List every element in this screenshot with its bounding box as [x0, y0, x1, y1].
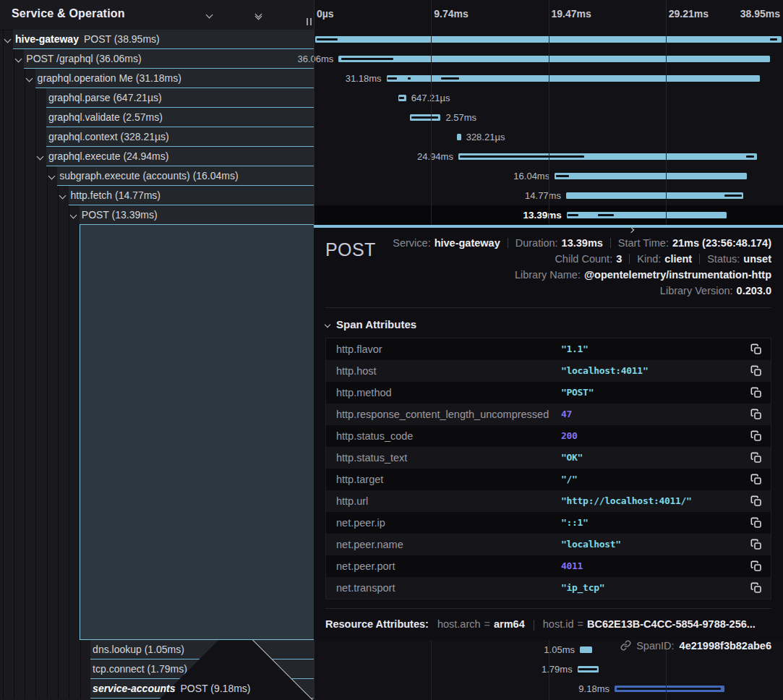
span-meta: Service:hive-gatewayDuration:13.39msStar… — [393, 235, 771, 299]
span-label: graphql.parse (647.21µs) — [48, 92, 162, 103]
attribute-value: 47 — [561, 404, 572, 425]
copy-icon[interactable] — [750, 560, 762, 572]
tree-row[interactable]: POST /graphql (36.06ms) — [0, 49, 314, 69]
copy-icon[interactable] — [750, 387, 762, 398]
attribute-value: "OK" — [561, 447, 583, 469]
tree-row[interactable]: graphql.parse (647.21µs) — [0, 88, 314, 108]
span-bar[interactable] — [457, 134, 461, 140]
copy-icon[interactable] — [750, 517, 762, 529]
double-chevron-down-icon[interactable] — [252, 9, 265, 22]
chevron-down-icon[interactable] — [59, 192, 67, 200]
meta-value: client — [664, 253, 692, 265]
chevron-down-icon[interactable] — [202, 9, 215, 22]
child-span-mark — [556, 175, 569, 177]
span-bar[interactable] — [566, 192, 743, 199]
tree-row[interactable]: graphql.validate (2.57ms) — [0, 108, 314, 127]
span-bar[interactable] — [567, 212, 727, 218]
copy-icon[interactable] — [750, 430, 762, 442]
tree-row[interactable]: graphql.context (328.21µs) — [0, 127, 314, 147]
child-span-mark — [341, 58, 394, 60]
chevron-right-icon[interactable] — [227, 9, 240, 22]
span-bar[interactable] — [410, 114, 441, 121]
double-chevron-right-icon[interactable] — [276, 9, 289, 22]
tree-row[interactable]: http.fetch (14.77ms) — [0, 186, 314, 205]
timeline-tick: 19.47ms — [552, 8, 591, 20]
span-bar[interactable] — [338, 56, 770, 62]
meta-label: Kind: — [637, 253, 661, 265]
attribute-value: "/" — [561, 469, 578, 490]
tree-row[interactable]: POST (13.39ms) — [0, 205, 314, 225]
meta-line: Child Count:3Kind:clientStatus:unset — [393, 251, 771, 267]
span-id-value: 4e21998f3b82abe6 — [680, 640, 771, 652]
meta-value: 21ms (23:56:48.174) — [672, 237, 771, 249]
meta-value: 3 — [616, 253, 622, 265]
span-label: POST /graphql (36.06ms) — [26, 53, 141, 64]
attribute-key: http.flavor — [336, 343, 382, 355]
span-bar[interactable] — [555, 173, 747, 179]
duration-label: 36.06ms — [297, 54, 333, 64]
selected-span-detail-block — [80, 225, 314, 640]
duration-label: 16.04ms — [513, 171, 549, 182]
child-span-mark — [568, 214, 579, 216]
resource-attributes-row[interactable]: Resource Attributes: host.arch=arm64host… — [325, 618, 771, 631]
chevron-down-icon[interactable] — [4, 36, 11, 43]
tree-row[interactable]: subgraph.execute (accounts) (16.04ms) — [0, 166, 314, 186]
tree-row[interactable]: graphql.operation Me (31.18ms) — [0, 69, 314, 88]
copy-icon[interactable] — [750, 365, 762, 377]
copy-icon[interactable] — [750, 343, 762, 355]
span-bar[interactable] — [578, 666, 599, 673]
copy-icon[interactable] — [750, 539, 762, 550]
meta-label: Status: — [707, 253, 740, 265]
copy-icon[interactable] — [750, 495, 762, 507]
chevron-down-icon[interactable] — [70, 212, 77, 219]
attribute-row: http.flavor"1.1" — [326, 338, 771, 360]
copy-icon[interactable] — [750, 582, 762, 594]
link-icon[interactable] — [620, 640, 631, 651]
timeline-tick: 0µs — [317, 8, 334, 20]
panel-resize-grip[interactable] — [307, 18, 312, 25]
tree-toolbar — [202, 0, 289, 30]
span-label: service-accounts POST (9.18ms) — [93, 683, 250, 694]
chevron-down-icon[interactable] — [37, 153, 44, 161]
meta-line: Service:hive-gatewayDuration:13.39msStar… — [393, 235, 771, 251]
span-detail-panel: POST Service:hive-gatewayDuration:13.39m… — [314, 225, 783, 640]
span-attributes-title: Span Attributes — [336, 318, 416, 330]
span-bar[interactable] — [458, 153, 757, 160]
attribute-value: "1.1" — [561, 338, 589, 360]
span-attributes-toggle[interactable]: Span Attributes — [325, 318, 771, 330]
tree-row[interactable]: service-accounts POST (9.18ms) — [0, 679, 314, 699]
detail-spacer — [0, 225, 314, 640]
attribute-key: http.target — [336, 474, 383, 485]
panel-title: Service & Operation — [12, 7, 125, 20]
chevron-down-icon[interactable] — [14, 56, 22, 63]
meta-line: Library Version:0.203.0 — [393, 283, 771, 299]
span-bar[interactable] — [387, 75, 760, 82]
chevron-down-icon[interactable] — [26, 75, 33, 82]
attribute-row: net.peer.ip"::1" — [326, 512, 771, 534]
duration-label: 31.18ms — [346, 73, 382, 84]
attribute-key: http.status_text — [336, 452, 407, 464]
meta-label: Child Count: — [555, 253, 612, 265]
attribute-key: http.host — [336, 365, 377, 377]
copy-icon[interactable] — [750, 452, 762, 464]
child-span-mark — [746, 155, 754, 158]
span-id-footer: SpanID: 4e21998f3b82abe6 — [325, 640, 771, 652]
copy-icon[interactable] — [750, 474, 762, 485]
copy-icon[interactable] — [750, 409, 762, 420]
chevron-down-icon[interactable] — [48, 173, 55, 180]
tree-row[interactable]: graphql.execute (24.94ms) — [0, 147, 314, 166]
span-bar[interactable] — [398, 95, 406, 101]
child-span-mark — [408, 77, 410, 80]
timeline-tick: 38.95ms — [740, 8, 780, 20]
child-span-mark — [399, 97, 404, 99]
tree-row[interactable]: hive-gateway POST (38.95ms) — [0, 30, 314, 49]
attribute-value: 4011 — [561, 555, 583, 577]
span-label: graphql.execute (24.94ms) — [48, 150, 169, 162]
span-label: graphql.validate (2.57ms) — [48, 111, 163, 123]
attribute-value: "::1" — [561, 512, 589, 534]
child-span-mark — [770, 38, 777, 40]
attribute-row: http.target"/" — [326, 469, 771, 490]
meta-value: unset — [743, 253, 771, 265]
span-bar[interactable] — [615, 686, 724, 692]
meta-value: hive-gateway — [435, 237, 500, 249]
